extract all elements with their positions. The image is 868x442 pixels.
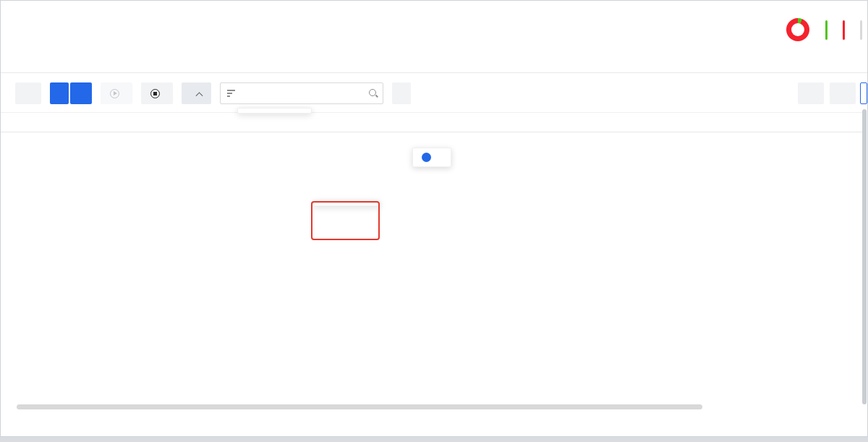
automation-submenu bbox=[313, 200, 380, 206]
stat-stopped bbox=[843, 20, 850, 40]
red-annotation-box bbox=[311, 201, 380, 240]
table-header-row bbox=[1, 112, 864, 132]
tab-bar bbox=[1, 53, 867, 73]
refresh-button[interactable] bbox=[15, 82, 41, 104]
chevron-up-icon bbox=[196, 92, 203, 99]
stopped-bar-icon bbox=[843, 20, 845, 40]
other-bar-icon bbox=[860, 20, 862, 40]
stat-running bbox=[825, 20, 833, 40]
vertical-scrollbar[interactable] bbox=[862, 109, 867, 404]
vm-stats-summary bbox=[786, 15, 867, 44]
search-icon[interactable] bbox=[368, 88, 378, 98]
start-icon bbox=[110, 89, 119, 98]
batch-actions-menu bbox=[237, 108, 312, 114]
stat-other bbox=[860, 20, 867, 40]
horizontal-scrollbar[interactable] bbox=[17, 404, 702, 409]
stop-icon bbox=[150, 89, 160, 98]
page-header bbox=[1, 1, 867, 53]
clipped-edge-button[interactable] bbox=[860, 82, 867, 104]
vm-management-window bbox=[0, 0, 868, 437]
filter-lines-icon bbox=[227, 90, 235, 97]
info-icon bbox=[422, 153, 431, 162]
create-vm-button[interactable] bbox=[50, 82, 69, 104]
more-actions-button[interactable] bbox=[70, 82, 92, 104]
search-input[interactable] bbox=[241, 88, 368, 99]
tag-button[interactable] bbox=[392, 82, 411, 104]
search-box[interactable] bbox=[220, 82, 383, 104]
start-button[interactable] bbox=[101, 82, 132, 104]
table-footer bbox=[1, 412, 867, 436]
stop-button[interactable] bbox=[141, 82, 173, 104]
running-bar-icon bbox=[825, 20, 827, 40]
toolbar bbox=[1, 73, 867, 112]
vm-table bbox=[1, 112, 864, 132]
settings-button[interactable] bbox=[798, 82, 824, 104]
batch-actions-button[interactable] bbox=[182, 82, 211, 104]
export-button[interactable] bbox=[830, 82, 856, 104]
selection-tooltip bbox=[412, 148, 451, 167]
donut-chart-icon bbox=[786, 18, 809, 41]
toolbar-right bbox=[798, 82, 867, 104]
